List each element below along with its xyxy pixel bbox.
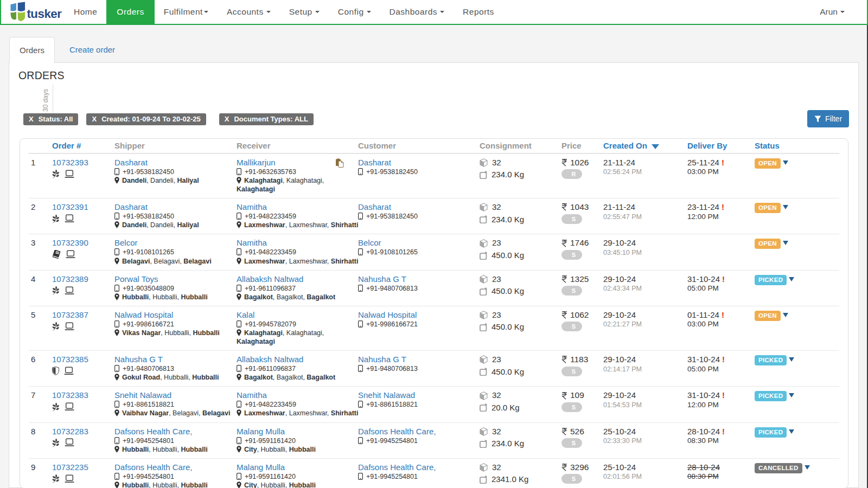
svg-text:tusker: tusker bbox=[27, 7, 62, 21]
